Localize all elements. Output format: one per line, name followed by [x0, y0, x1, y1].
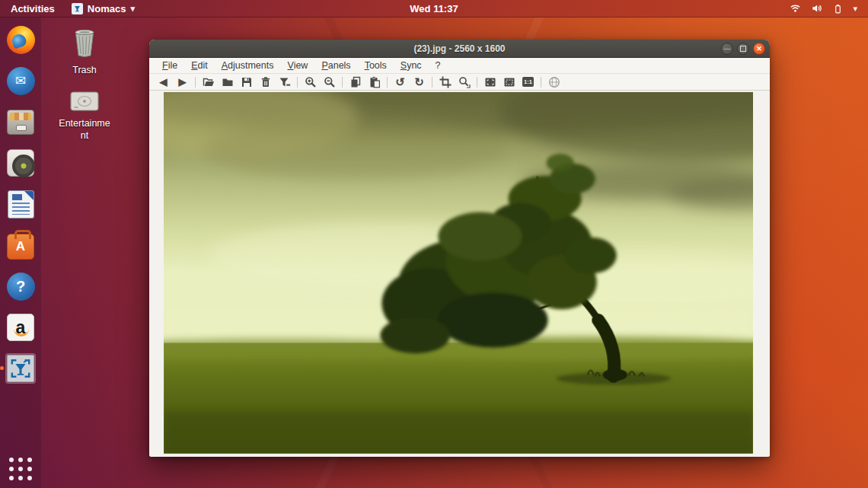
- trash-icon: [72, 28, 97, 62]
- frame-icon: [503, 76, 515, 88]
- photo-tree-image: [164, 92, 753, 454]
- toolbar: ◀ ▶ ↺ ↻ 1:1: [149, 74, 770, 91]
- chevron-down-icon: ▾: [853, 4, 857, 14]
- delete-button[interactable]: [256, 75, 275, 90]
- menu-bar: File Edit Adjustments View Panels Tools …: [149, 58, 770, 74]
- dock-item-amazon[interactable]: a: [5, 312, 36, 343]
- show-applications-button[interactable]: [9, 458, 32, 480]
- zoom-in-icon: [305, 76, 317, 88]
- funnel-icon: [279, 76, 291, 88]
- image-viewer-canvas[interactable]: [149, 91, 770, 457]
- window-title: (23).jpg - 2560 x 1600: [413, 43, 505, 54]
- dock-item-thunderbird[interactable]: ✉: [5, 65, 36, 96]
- desktop-icon-label: Entertainment: [58, 118, 111, 142]
- crop-icon: [439, 76, 452, 88]
- arrow-left-icon: ◀: [160, 77, 168, 87]
- zoom-region-button[interactable]: [455, 75, 474, 90]
- firefox-icon: [7, 26, 35, 54]
- battery-icon: [833, 3, 843, 14]
- magnifier-region-icon: [458, 76, 471, 88]
- desktop-icon-label: Trash: [58, 65, 111, 77]
- crop-button[interactable]: [436, 75, 455, 90]
- speaker-icon: [7, 149, 34, 177]
- actual-size-button[interactable]: 1:1: [519, 75, 538, 90]
- zoom-out-icon: [324, 76, 336, 88]
- rotate-cw-icon: ↻: [414, 76, 424, 88]
- clipboard-paste-icon: [369, 76, 381, 88]
- writer-document-icon: [8, 190, 34, 218]
- one-to-one-icon: 1:1: [522, 77, 534, 87]
- volume-icon: [811, 3, 823, 14]
- arrow-right-icon: ▶: [179, 77, 187, 87]
- menu-sync[interactable]: Sync: [394, 59, 428, 72]
- filter-button[interactable]: [275, 75, 294, 90]
- hard-disk-icon: [69, 91, 100, 115]
- dock-item-help[interactable]: ?: [5, 271, 36, 301]
- rotate-cw-button[interactable]: ↻: [410, 75, 429, 90]
- activities-button[interactable]: Activities: [8, 3, 58, 14]
- window-titlebar[interactable]: (23).jpg - 2560 x 1600 — ✕: [149, 40, 770, 58]
- file-cabinet-icon: [7, 110, 34, 135]
- sync-button-disabled: [544, 75, 563, 90]
- top-bar: Activities Nomacs ▾ Wed 11:37: [0, 0, 868, 18]
- rotate-ccw-icon: ↺: [395, 76, 405, 88]
- dock-item-files[interactable]: [5, 107, 36, 137]
- dock-item-libreoffice-writer[interactable]: [5, 189, 36, 219]
- toolbar-separator: [297, 77, 298, 88]
- maximize-button[interactable]: [737, 43, 749, 55]
- copy-image-button[interactable]: [346, 75, 365, 90]
- zoom-out-button[interactable]: [320, 75, 339, 90]
- open-file-button[interactable]: [199, 75, 218, 90]
- app-menu-label: Nomacs: [88, 3, 126, 14]
- toolbar-separator: [342, 77, 343, 88]
- amazon-icon: a: [7, 314, 34, 341]
- chevron-down-icon: ▾: [130, 4, 135, 14]
- folder-icon: [222, 76, 234, 88]
- toolbar-separator: [195, 77, 196, 88]
- open-folder-icon: [203, 76, 215, 88]
- dock-item-rhythmbox[interactable]: [5, 148, 36, 178]
- nomacs-window: (23).jpg - 2560 x 1600 — ✕ File Edit Adj…: [149, 40, 770, 457]
- dock-item-nomacs[interactable]: [5, 353, 36, 384]
- close-button[interactable]: ✕: [753, 43, 765, 55]
- zoom-in-button[interactable]: [301, 75, 320, 90]
- floppy-disk-icon: [241, 76, 253, 88]
- show-frame-button[interactable]: [499, 75, 519, 90]
- menu-help[interactable]: ?: [429, 59, 447, 72]
- system-status-menu[interactable]: ▾: [790, 3, 868, 14]
- toolbar-separator: [387, 77, 388, 88]
- fit-window-button[interactable]: [480, 75, 499, 90]
- paste-image-button[interactable]: [365, 75, 384, 90]
- menu-adjustments[interactable]: Adjustments: [215, 59, 280, 72]
- menu-panels[interactable]: Panels: [315, 59, 356, 72]
- globe-icon: [548, 76, 560, 88]
- desktop-icon-drive[interactable]: Entertainment: [56, 91, 113, 142]
- desktop-icon-trash[interactable]: Trash: [56, 28, 113, 77]
- minimize-button[interactable]: —: [721, 43, 733, 55]
- copy-icon: [349, 76, 362, 88]
- save-button[interactable]: [237, 75, 256, 90]
- dock-item-firefox[interactable]: [5, 24, 36, 55]
- nomacs-icon: [7, 355, 34, 382]
- previous-image-button[interactable]: ◀: [154, 75, 173, 90]
- thunderbird-icon: ✉: [7, 67, 35, 95]
- menu-tools[interactable]: Tools: [359, 59, 393, 72]
- nomacs-mini-icon: [72, 3, 83, 14]
- open-directory-button[interactable]: [218, 75, 237, 90]
- running-indicator-dot: [0, 366, 4, 370]
- software-bag-icon: A: [7, 234, 34, 260]
- rotate-ccw-button[interactable]: ↺: [391, 75, 410, 90]
- fit-screen-icon: [484, 76, 496, 88]
- trash-icon: [260, 76, 272, 88]
- toolbar-separator: [477, 77, 477, 88]
- menu-edit[interactable]: Edit: [185, 59, 214, 72]
- dock-item-ubuntu-software[interactable]: A: [5, 230, 36, 260]
- app-menu-button[interactable]: Nomacs ▾: [72, 3, 135, 14]
- toolbar-separator: [432, 77, 432, 88]
- next-image-button[interactable]: ▶: [173, 75, 192, 90]
- menu-file[interactable]: File: [156, 59, 183, 72]
- menu-view[interactable]: View: [282, 59, 314, 72]
- wifi-icon: [790, 3, 801, 14]
- toolbar-separator: [541, 77, 541, 88]
- dock: ✉ A ? a: [0, 18, 41, 488]
